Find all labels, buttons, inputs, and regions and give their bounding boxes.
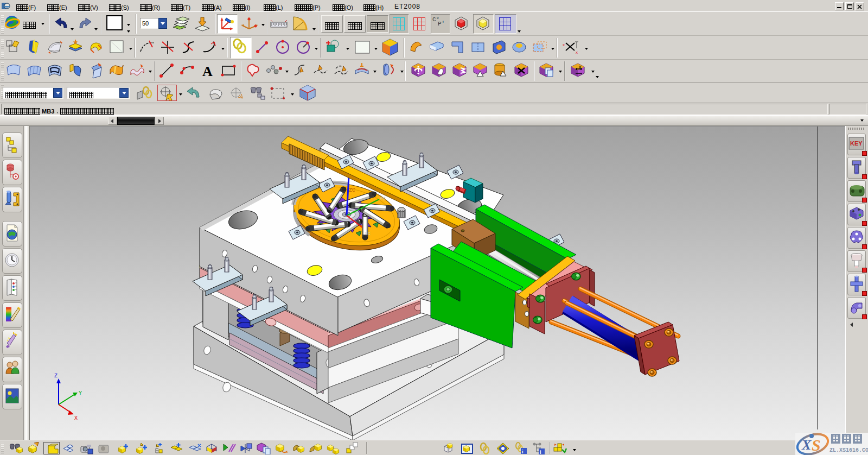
svg-text:YC: YC xyxy=(380,197,386,202)
svg-text:XC: XC xyxy=(365,231,371,237)
svg-text:x: x xyxy=(576,50,578,55)
svg-text:Pʹ: Pʹ xyxy=(438,21,445,27)
svg-text:KEY: KEY xyxy=(850,140,863,147)
svg-text:x: x xyxy=(563,42,565,47)
svg-text:A: A xyxy=(202,64,213,79)
svg-text:Z: Z xyxy=(54,373,58,379)
svg-text:i: i xyxy=(540,450,541,454)
svg-text:Y: Y xyxy=(79,390,82,396)
svg-text:X: X xyxy=(801,437,812,453)
svg-text:x: x xyxy=(579,64,582,69)
svg-text:ZC: ZC xyxy=(349,187,355,193)
svg-text:i: i xyxy=(522,449,524,454)
svg-text:X: X xyxy=(74,415,78,421)
svg-text:S: S xyxy=(812,436,821,454)
